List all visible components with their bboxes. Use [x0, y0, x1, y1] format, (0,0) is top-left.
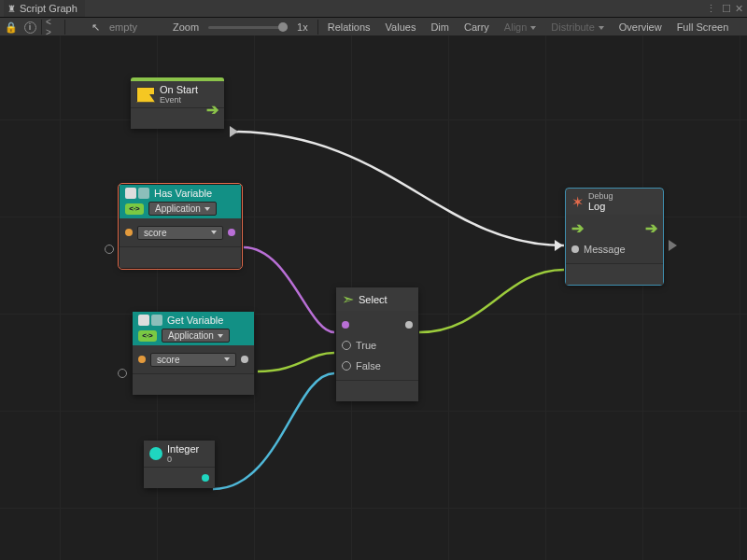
variable-name-dropdown[interactable]: score [150, 353, 236, 367]
flow-in-port[interactable] [555, 240, 563, 251]
zoom-thumb[interactable] [278, 22, 288, 32]
false-input-port[interactable] [342, 361, 351, 371]
scope-icon: <·> [125, 203, 144, 215]
node-has-variable[interactable]: Has Variable <·> Application score [120, 185, 241, 268]
node-subtitle: Event [160, 95, 198, 105]
scope-dropdown[interactable]: Application [148, 202, 217, 216]
wand-icon: ↖ [92, 21, 100, 33]
variable-icon [125, 188, 149, 199]
chevron-down-icon [211, 231, 217, 234]
code-brackets-button[interactable]: < > [46, 20, 61, 35]
graph-canvas[interactable]: On Start Event ➔ Has Variable <·> Applic… [0, 35, 747, 560]
window-tab[interactable]: ♜ Script Graph [4, 0, 85, 17]
name-input-port[interactable] [125, 229, 133, 236]
zoom-label: Zoom [167, 20, 204, 35]
integer-value: 0 [167, 455, 199, 464]
integer-type-icon [149, 447, 162, 460]
true-label: True [356, 340, 376, 351]
result-output-port[interactable] [405, 321, 413, 329]
input-extra-port[interactable] [118, 369, 127, 378]
overview-button[interactable]: Overview [613, 20, 668, 35]
chevron-down-icon [218, 334, 223, 338]
lock-icon: 🔒 [5, 21, 18, 34]
name-input-port[interactable] [138, 356, 146, 363]
distribute-button[interactable]: Distribute [545, 20, 609, 35]
toolbar: 🔒 i < > ↖ empty Zoom 1x Relations Values… [0, 18, 747, 37]
node-title: Integer [167, 443, 199, 455]
relations-button[interactable]: Relations [322, 20, 376, 35]
zoom-value: 1x [291, 20, 314, 35]
fullscreen-button[interactable]: Full Screen [671, 20, 735, 35]
node-title: Get Variable [167, 315, 223, 326]
dim-button[interactable]: Dim [425, 20, 455, 35]
flow-out-port[interactable] [669, 240, 677, 251]
message-input-port[interactable] [571, 245, 579, 253]
chevron-down-icon [204, 207, 210, 211]
node-title: Log [588, 201, 613, 212]
breadcrumb-empty[interactable]: empty [104, 20, 143, 35]
values-button[interactable]: Values [380, 20, 422, 35]
node-title: Select [359, 294, 388, 305]
window-menu-icon[interactable]: ⋮ [706, 3, 718, 15]
merge-icon: ➣ [342, 290, 354, 308]
align-button[interactable]: Align [499, 20, 542, 35]
scope-dropdown[interactable]: Application [162, 329, 230, 343]
value-output-port[interactable] [241, 356, 248, 363]
hierarchy-icon: ♜ [7, 4, 16, 14]
false-label: False [356, 360, 381, 371]
zoom-slider[interactable] [208, 26, 288, 29]
lock-button[interactable]: 🔒 [4, 20, 19, 35]
info-icon: i [24, 21, 36, 34]
window-titlebar: ♜ Script Graph ⋮ ☐ ✕ [0, 0, 747, 18]
selector-input-port[interactable] [342, 321, 349, 329]
window-close-icon[interactable]: ✕ [735, 3, 743, 15]
variable-icon [138, 315, 162, 326]
carry-button[interactable]: Carry [458, 20, 495, 35]
node-integer[interactable]: Integer 0 [144, 441, 215, 488]
node-overline: Debug [588, 191, 613, 201]
flow-out-port[interactable] [230, 126, 238, 137]
message-label: Message [584, 244, 626, 255]
scope-icon: <·> [138, 330, 157, 342]
node-debug-log[interactable]: ✶ Debug Log ➔ ➔ Message [566, 189, 663, 285]
bool-output-port[interactable] [228, 229, 235, 236]
input-flow-port[interactable] [105, 245, 114, 254]
chevron-down-icon [224, 357, 230, 361]
flag-icon [136, 87, 155, 103]
wand-button[interactable]: ↖ [92, 21, 100, 34]
node-select[interactable]: ➣ Select True False [336, 287, 418, 401]
code-brackets-icon: < > [46, 17, 61, 37]
variable-name-dropdown[interactable]: score [137, 226, 223, 240]
true-input-port[interactable] [342, 341, 351, 350]
integer-output-port[interactable] [202, 474, 209, 482]
node-title: On Start [160, 84, 198, 95]
window-title: Script Graph [20, 3, 78, 14]
bug-icon: ✶ [571, 193, 584, 211]
node-on-start[interactable]: On Start Event ➔ [131, 77, 224, 129]
node-title: Has Variable [154, 188, 212, 199]
node-get-variable[interactable]: Get Variable <·> Application score [133, 312, 254, 395]
info-button[interactable]: i [22, 20, 37, 35]
window-maximize-icon[interactable]: ☐ [722, 3, 731, 15]
